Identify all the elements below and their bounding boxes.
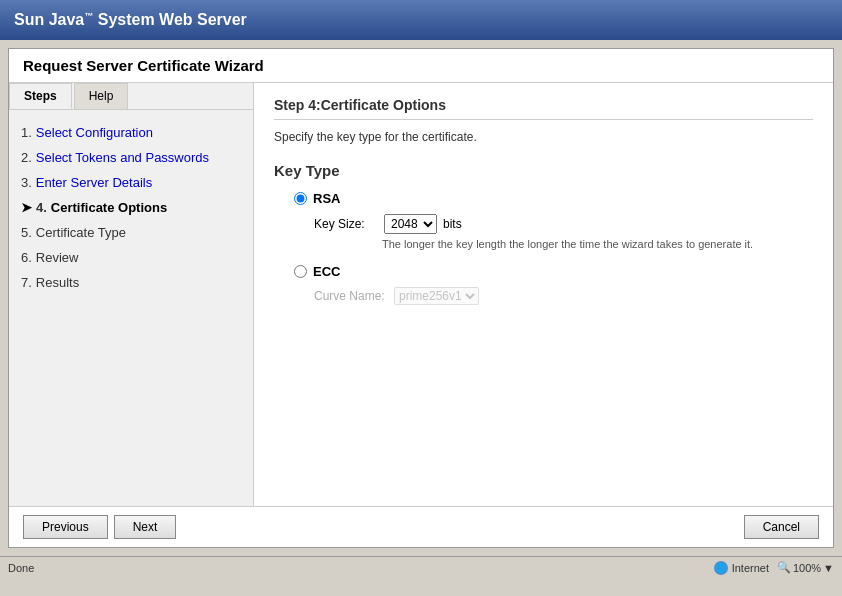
step-arrow-4: ➤ xyxy=(21,200,32,215)
cancel-button[interactable]: Cancel xyxy=(744,515,819,539)
wizard-header: Request Server Certificate Wizard xyxy=(9,49,833,83)
step-item-3: 3. Enter Server Details xyxy=(9,170,253,195)
step-item-1: 1. Select Configuration xyxy=(9,120,253,145)
zoom-dropdown-icon[interactable]: ▼ xyxy=(823,562,834,574)
step-item-4: ➤ 4. Certificate Options xyxy=(9,195,253,220)
bits-label: bits xyxy=(443,217,462,231)
title-bar: Sun Java™ System Web Server xyxy=(0,0,842,40)
ecc-option: ECC xyxy=(294,264,813,279)
step-label-4: Certificate Options xyxy=(51,200,167,215)
status-left: Done xyxy=(8,562,34,574)
globe-icon: 🌐 xyxy=(714,561,728,575)
step-description: Specify the key type for the certificate… xyxy=(274,130,813,144)
step-link-1[interactable]: Select Configuration xyxy=(36,125,153,140)
internet-indicator: 🌐 Internet xyxy=(714,561,769,575)
rsa-option: RSA xyxy=(294,191,813,206)
step-title: Step 4:Certificate Options xyxy=(274,97,813,120)
ecc-label[interactable]: ECC xyxy=(313,264,340,279)
zoom-icon: 🔍 xyxy=(777,561,791,574)
key-size-label: Key Size: xyxy=(314,217,384,231)
step-item-5: 5. Certificate Type xyxy=(9,220,253,245)
footer-right: Cancel xyxy=(744,515,819,539)
wizard-body: Steps Help 1. Select Configuration 2. Se… xyxy=(9,83,833,506)
status-right: 🌐 Internet 🔍 100% ▼ xyxy=(714,561,834,575)
sidebar: Steps Help 1. Select Configuration 2. Se… xyxy=(9,83,254,506)
step-item-6: 6. Review xyxy=(9,245,253,270)
wizard-footer: Previous Next Cancel xyxy=(9,506,833,547)
zoom-level: 100% xyxy=(793,562,821,574)
curve-name-select[interactable]: prime256v1 xyxy=(394,287,479,305)
content-area: Step 4:Certificate Options Specify the k… xyxy=(254,83,833,506)
sidebar-steps: 1. Select Configuration 2. Select Tokens… xyxy=(9,110,253,305)
step-num-3: 3. xyxy=(21,175,32,190)
footer-left: Previous Next xyxy=(23,515,176,539)
main-container: Request Server Certificate Wizard Steps … xyxy=(0,40,842,556)
ecc-radio[interactable] xyxy=(294,265,307,278)
internet-label: Internet xyxy=(732,562,769,574)
step-label-7: Results xyxy=(36,275,79,290)
curve-name-label: Curve Name: xyxy=(314,289,394,303)
zoom-control: 🔍 100% ▼ xyxy=(777,561,834,574)
section-title: Key Type xyxy=(274,162,813,179)
app-title: Sun Java™ System Web Server xyxy=(14,11,247,29)
previous-button[interactable]: Previous xyxy=(23,515,108,539)
step-item-2: 2. Select Tokens and Passwords xyxy=(9,145,253,170)
status-done: Done xyxy=(8,562,34,574)
step-link-3[interactable]: Enter Server Details xyxy=(36,175,152,190)
step-num-1: 1. xyxy=(21,125,32,140)
curve-name-option: Curve Name: prime256v1 xyxy=(314,287,813,305)
step-num-6: 6. xyxy=(21,250,32,265)
hint-text: The longer the key length the longer the… xyxy=(382,238,813,250)
step-link-2[interactable]: Select Tokens and Passwords xyxy=(36,150,209,165)
next-button[interactable]: Next xyxy=(114,515,177,539)
radio-group: RSA Key Size: 512 1024 2048 4096 bits xyxy=(294,191,813,305)
step-item-7: 7. Results xyxy=(9,270,253,295)
step-num-4: 4. xyxy=(36,200,47,215)
rsa-label[interactable]: RSA xyxy=(313,191,340,206)
wizard-title: Request Server Certificate Wizard xyxy=(23,57,819,74)
wizard-panel: Request Server Certificate Wizard Steps … xyxy=(8,48,834,548)
step-num-7: 7. xyxy=(21,275,32,290)
rsa-radio[interactable] xyxy=(294,192,307,205)
tab-help[interactable]: Help xyxy=(74,83,129,109)
key-size-select[interactable]: 512 1024 2048 4096 xyxy=(384,214,437,234)
step-num-2: 2. xyxy=(21,150,32,165)
sidebar-tabs: Steps Help xyxy=(9,83,253,110)
step-num-5: 5. xyxy=(21,225,32,240)
status-bar: Done 🌐 Internet 🔍 100% ▼ xyxy=(0,556,842,578)
step-label-6: Review xyxy=(36,250,79,265)
step-label-5: Certificate Type xyxy=(36,225,126,240)
key-size-option: Key Size: 512 1024 2048 4096 bits xyxy=(314,214,813,234)
tab-steps[interactable]: Steps xyxy=(9,83,72,109)
